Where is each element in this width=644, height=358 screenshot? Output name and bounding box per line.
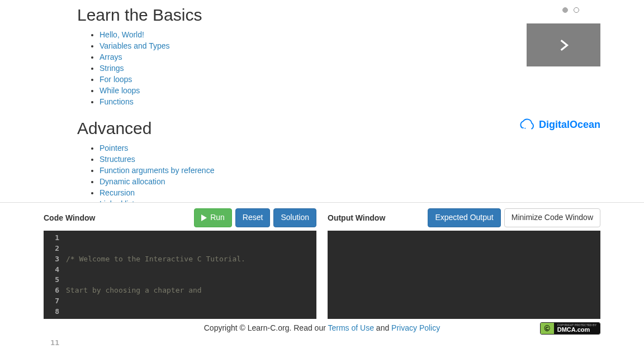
minimize-code-button[interactable]: Minimize Code Window [504, 208, 600, 227]
code-window-title: Code Window [44, 213, 95, 222]
advanced-link[interactable]: Dynamic allocation [100, 177, 165, 186]
basics-link[interactable]: Variables and Types [100, 41, 170, 50]
code-content: /* Welcome to the Interactive C Tutorial… [66, 233, 316, 358]
carousel-indicators [562, 7, 579, 13]
footer-prefix: Copyright © Learn-C.org. Read our [204, 323, 328, 332]
advanced-list: Pointers Structures Function arguments b… [77, 143, 345, 202]
digitalocean-icon [517, 118, 536, 131]
advanced-link[interactable]: Pointers [100, 144, 128, 152]
solution-button[interactable]: Solution [273, 208, 316, 227]
basics-link[interactable]: Strings [100, 64, 124, 73]
basics-link[interactable]: Hello, World! [100, 30, 144, 39]
advanced-link[interactable]: Recursion [100, 188, 135, 197]
footer-and: and [374, 323, 391, 332]
basics-link[interactable]: For loops [100, 75, 132, 84]
carousel-dot-1[interactable] [574, 7, 579, 13]
basics-link[interactable]: Functions [100, 97, 134, 106]
run-label: Run [210, 212, 225, 223]
expected-output-button[interactable]: Expected Output [428, 208, 500, 227]
advanced-link[interactable]: Structures [100, 155, 135, 164]
basics-link[interactable]: While loops [100, 86, 140, 95]
terms-link[interactable]: Terms of Use [328, 323, 373, 332]
section-basics-heading: Learn the Basics [77, 6, 345, 24]
sponsor-name: DigitalOcean [539, 119, 600, 131]
advanced-link[interactable]: Function arguments by reference [100, 166, 214, 175]
svg-point-0 [520, 126, 522, 127]
carousel-dot-0[interactable] [562, 7, 568, 13]
svg-point-2 [524, 128, 525, 129]
carousel-next-button[interactable] [527, 23, 600, 66]
basics-link[interactable]: Arrays [100, 52, 122, 61]
privacy-link[interactable]: Privacy Policy [391, 323, 440, 332]
section-advanced-heading: Advanced [77, 119, 345, 137]
run-button[interactable]: Run [194, 208, 232, 227]
svg-point-1 [523, 127, 524, 128]
reset-button[interactable]: Reset [235, 208, 271, 227]
basics-list: Hello, World! Variables and Types Arrays… [77, 30, 345, 108]
sponsor-link[interactable]: DigitalOcean [517, 118, 600, 131]
output-window-title: Output Window [328, 213, 385, 222]
play-icon [201, 214, 207, 221]
dmca-badge[interactable]: © COPYRIGHT PROTECTED BY DMCA.com [540, 322, 600, 335]
chevron-right-icon [556, 38, 571, 52]
